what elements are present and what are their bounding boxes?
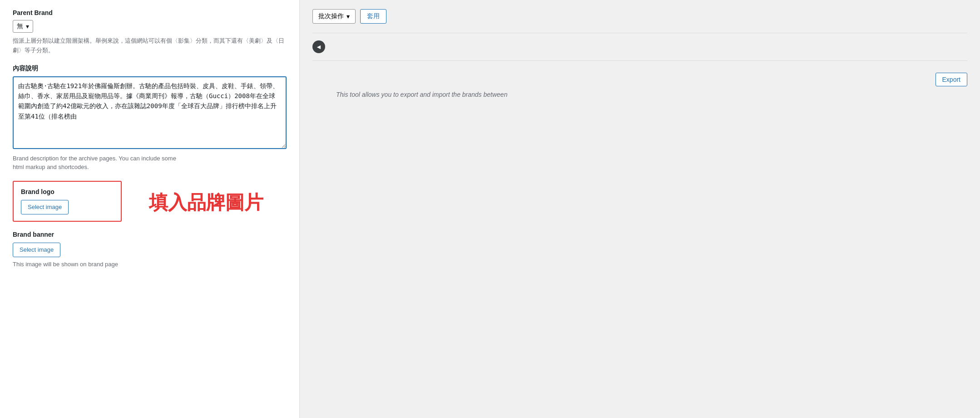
chevron-down-icon: ▾ (346, 13, 350, 20)
annotation-text: 填入品牌圖片 (149, 190, 263, 215)
description-hint-1: Brand description for the archive pages.… (13, 154, 287, 172)
right-panel: 批次操作 ▾ 套用 ◄ Export This tool allows you … (300, 0, 980, 418)
nav-back-arrow[interactable]: ◄ (312, 40, 325, 53)
brand-banner-select-image-button[interactable]: Select image (13, 243, 60, 257)
brand-banner-label: Brand banner (13, 231, 287, 238)
parent-brand-label: Parent Brand (13, 9, 287, 16)
export-button[interactable]: Export (935, 73, 967, 86)
brand-logo-wrapper: Brand logo Select image 填入品牌圖片 (13, 181, 287, 231)
chevron-down-icon: ▾ (26, 23, 29, 30)
divider-2 (312, 60, 967, 61)
parent-brand-section: Parent Brand 無 ▾ 指派上層分類以建立階層架構。舉例來說，這個網站… (13, 9, 287, 55)
export-hint: This tool allows you to export and impor… (336, 91, 967, 98)
parent-brand-value: 無 (17, 22, 23, 30)
brand-logo-section: Brand logo Select image (13, 181, 122, 222)
brand-banner-section: Brand banner Select image This image wil… (13, 231, 287, 268)
batch-ops-label: 批次操作 (318, 12, 344, 20)
description-label: 內容說明 (13, 65, 287, 73)
description-section: 內容說明 由古馳奧·古馳在1921年於佛羅倫斯創辦。古馳的產品包括時裝、皮具、皮… (13, 65, 287, 172)
description-textarea[interactable]: 由古馳奧·古馳在1921年於佛羅倫斯創辦。古馳的產品包括時裝、皮具、皮鞋、手錶、… (13, 76, 287, 149)
brand-logo-label: Brand logo (21, 188, 114, 195)
batch-ops-button[interactable]: 批次操作 ▾ (312, 9, 356, 24)
apply-button[interactable]: 套用 (360, 9, 386, 24)
parent-brand-select-wrapper[interactable]: 無 ▾ (13, 20, 33, 33)
parent-brand-hint: 指派上層分類以建立階層架構。舉例來說，這個網站可以有個〈影集〉分類，而其下還有〈… (13, 36, 287, 55)
top-bar: 批次操作 ▾ 套用 (312, 9, 967, 24)
divider-1 (312, 33, 967, 33)
brand-banner-hint: This image will be shown on brand page (13, 261, 287, 268)
brand-logo-select-image-button[interactable]: Select image (21, 200, 69, 214)
